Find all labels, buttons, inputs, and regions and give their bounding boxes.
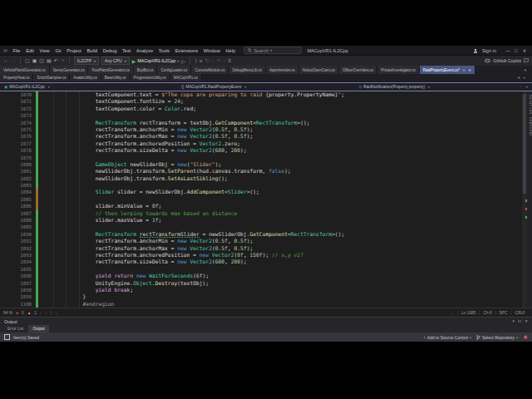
code-line[interactable]: 1089 bbox=[0, 224, 532, 230]
break-all-icon[interactable]: ∥ bbox=[195, 58, 197, 63]
menu-view[interactable]: View bbox=[37, 48, 52, 53]
close-button[interactable]: ✕ bbox=[520, 48, 529, 53]
menu-analyze[interactable]: Analyze bbox=[134, 48, 156, 53]
code-line[interactable]: 1097 UnityEngine.Object.Destroy(textObj)… bbox=[0, 280, 532, 287]
next-issue-icon[interactable]: ↓ bbox=[45, 311, 47, 315]
code-line[interactable]: 1084 Slider slider = newSliderObj.AddCom… bbox=[0, 189, 532, 195]
chat-bubble-icon[interactable] bbox=[524, 58, 529, 63]
tab-baseutility.cs[interactable]: BaseUtility.cs bbox=[101, 74, 131, 81]
breadcrumb-member-dropdown[interactable]: ◇ RaidNotification(Property property) ▾ … bbox=[355, 85, 532, 89]
navigate-forward-icon[interactable]: → bbox=[11, 58, 16, 63]
github-copilot-button[interactable]: GitHub Copilot bbox=[493, 58, 521, 63]
menu-debug[interactable]: Debug bbox=[100, 48, 119, 53]
step-into-icon[interactable]: ↓ bbox=[212, 58, 214, 63]
menu-test[interactable]: Test bbox=[120, 48, 134, 53]
code-line[interactable]: 1090 RectTransform rectTransformSlider =… bbox=[0, 231, 532, 238]
save-all-icon[interactable]: ▤ bbox=[47, 58, 52, 63]
tab-raidpropertyevent.cs[interactable]: RaidPropertyEvent.cs*＋✕ bbox=[420, 66, 475, 74]
code-line[interactable]: 1080 GameObject newSliderObj = new("Slid… bbox=[0, 161, 532, 168]
navigate-back-icon[interactable]: ← bbox=[3, 58, 8, 63]
code-line[interactable]: 1093 rectTransform.anchoredPosition = ne… bbox=[0, 252, 532, 259]
code-line[interactable]: 1076 rectTransform.anchorMax = new Vecto… bbox=[0, 133, 532, 140]
warning-count[interactable]: 1 bbox=[34, 311, 37, 315]
start-without-debugging-button[interactable]: ▷ bbox=[181, 58, 185, 64]
tab-snitchsamples.cs[interactable]: SnitchSamples.cs bbox=[33, 74, 70, 81]
tab-sentrygenerator.cs[interactable]: SentryGenerator.cs bbox=[50, 66, 89, 74]
window-position-chevron-icon[interactable]: ▾ bbox=[513, 319, 515, 323]
breadcrumb-type-dropdown[interactable]: {} MACopVR1.RaidPropertyEvent ▾ bbox=[177, 85, 354, 89]
code-line[interactable]: 1088 slider.maxValue = 1f; bbox=[0, 217, 532, 224]
menu-file[interactable]: File bbox=[10, 48, 23, 53]
expand-region-icon[interactable]: ＋ bbox=[525, 85, 529, 89]
code-line[interactable]: 1077 rectTransform.anchoredPosition = Ve… bbox=[0, 140, 532, 147]
notification-bell-icon[interactable]: 🔔︎ bbox=[523, 335, 528, 340]
sign-in-button[interactable]: Sign in bbox=[482, 48, 496, 53]
tab-apprehender.cs[interactable]: Apprehender.cs bbox=[266, 66, 299, 74]
code-line[interactable]: 1096 yield return new WaitForSeconds(6f)… bbox=[0, 273, 532, 279]
maximize-button[interactable]: □ bbox=[512, 48, 520, 53]
step-over-icon[interactable]: ↷ bbox=[217, 58, 221, 63]
code-line[interactable]: 1078 rectTransform.sizeDelta = new Vecto… bbox=[0, 147, 532, 154]
stop-icon[interactable]: ■ bbox=[200, 58, 203, 63]
menu-edit[interactable]: Edit bbox=[23, 48, 37, 53]
breadcrumb-project-dropdown[interactable]: ▣ MACopVR1-IL2Cpp ▾ bbox=[0, 85, 177, 89]
code-line[interactable]: 1100 #endregion bbox=[0, 301, 532, 308]
open-file-icon[interactable]: ▣ bbox=[32, 58, 37, 63]
code-line[interactable]: 1094 rectTransform.sizeDelta = new Vecto… bbox=[0, 259, 532, 265]
new-file-icon[interactable]: ▢ bbox=[25, 58, 30, 63]
code-line[interactable]: 1075 rectTransform.anchorMin = new Vecto… bbox=[0, 126, 532, 133]
platform-dropdown[interactable]: Any CPU ▾ bbox=[101, 57, 130, 65]
tab-footpatrolgenerator.cs[interactable]: FootPatrolGenerator.cs bbox=[88, 66, 133, 74]
solution-explorer-tab[interactable]: Solution Explorer bbox=[529, 95, 532, 136]
tab-propertyheat.cs[interactable]: PropertyHeat.cs bbox=[0, 74, 33, 81]
code-line[interactable]: 1092 rectTransform.anchorMax = new Vecto… bbox=[0, 245, 532, 252]
tool-tab-output[interactable]: Output bbox=[28, 325, 48, 332]
close-panel-icon[interactable]: ✕ bbox=[525, 319, 528, 323]
menu-build[interactable]: Build bbox=[84, 48, 100, 53]
error-count[interactable]: 0 bbox=[22, 311, 24, 315]
pin-icon[interactable]: ⊡ bbox=[518, 319, 521, 323]
code-line[interactable]: 1073 bbox=[0, 112, 532, 119]
line-ending-indicator[interactable]: CRLF bbox=[510, 311, 529, 315]
previous-issue-icon[interactable]: ↑ bbox=[40, 311, 42, 315]
minimize-button[interactable]: — bbox=[504, 48, 512, 53]
tab-officeroverrides.cs[interactable]: OfficerOverrides.cs bbox=[339, 66, 377, 74]
code-line[interactable]: 1085 bbox=[0, 196, 532, 203]
redo-icon[interactable]: ↷ bbox=[61, 58, 65, 63]
whitespace-mode-indicator[interactable]: SPC bbox=[495, 311, 511, 315]
tab-vehiclepatrolgenerator.cs[interactable]: VehiclePatrolGenerator.cs bbox=[0, 66, 50, 74]
code-line[interactable]: 1082 newSliderObj.transform.SetAsLastSib… bbox=[0, 175, 532, 182]
tab-avatarutility.cs[interactable]: AvatarUtility.cs bbox=[70, 74, 101, 81]
tab-progressionutility.cs[interactable]: ProgressionUtility.cs bbox=[131, 74, 170, 81]
close-tab-icon[interactable]: ✕ bbox=[468, 68, 471, 72]
menu-help[interactable]: Help bbox=[223, 48, 238, 53]
restart-icon[interactable]: ↻ bbox=[205, 58, 209, 63]
code-line[interactable]: 1099 } bbox=[0, 293, 532, 300]
configuration-dropdown[interactable]: IL2CPP ▾ bbox=[74, 57, 99, 65]
start-debugging-button[interactable]: ▶ MACopVR1-IL2Cpp ▾ bbox=[132, 58, 180, 64]
tab-debugmenulib.cs[interactable]: DebugMenuLib.cs bbox=[229, 66, 266, 74]
step-out-icon[interactable]: ↑ bbox=[224, 58, 226, 63]
code-line[interactable]: 1071 textComponent.fontSize = 24; bbox=[0, 98, 532, 105]
code-line[interactable]: 1095 bbox=[0, 266, 532, 273]
select-repository-button[interactable]: Select Repository ▴ bbox=[476, 335, 518, 340]
tab-scroll-chevron-icon[interactable]: ▾ bbox=[525, 68, 526, 72]
code-line[interactable]: 1098 yield break; bbox=[0, 287, 532, 293]
code-line[interactable]: 1079 bbox=[0, 155, 532, 161]
code-line[interactable]: 1086 slider.minValue = 0f; bbox=[0, 203, 532, 209]
add-to-source-control-button[interactable]: ↑ Add to Source Control ▴ bbox=[423, 335, 471, 340]
zoom-level-dropdown[interactable]: 94 % bbox=[3, 311, 12, 315]
user-account-icon[interactable] bbox=[473, 48, 478, 53]
code-line[interactable]: 1072 textComponent.color = Color.red; bbox=[0, 106, 532, 112]
tab-list-chevron-icon[interactable]: ▾ bbox=[518, 76, 520, 80]
menu-extensions[interactable]: Extensions bbox=[172, 48, 200, 53]
tab-macopvr1.cs[interactable]: MACopVR1.cs bbox=[170, 74, 202, 81]
menu-project[interactable]: Project bbox=[64, 48, 84, 53]
code-editor[interactable]: 1070 textComponent.text = $"The cops are… bbox=[0, 91, 532, 308]
save-icon[interactable]: ◫ bbox=[39, 58, 44, 63]
scrollbar-thumb[interactable] bbox=[523, 94, 526, 194]
tab-noticeopencarry.cs[interactable]: NoticeOpenCarry.cs bbox=[299, 66, 339, 74]
tab-configloader.cs[interactable]: ConfigLoader.cs bbox=[157, 66, 191, 74]
tab-consolemodule.cs[interactable]: ConsoleModule.cs bbox=[191, 66, 229, 74]
undo-icon[interactable]: ↶ bbox=[54, 58, 58, 63]
